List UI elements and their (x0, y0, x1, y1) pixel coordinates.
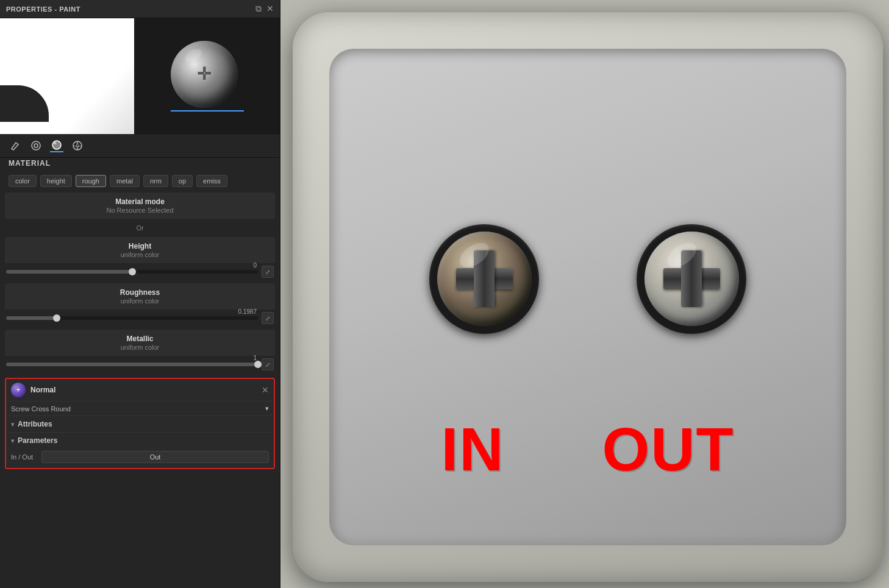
channel-btn-emiss[interactable]: emiss (196, 175, 227, 187)
metallic-slider-thumb[interactable] (254, 361, 262, 368)
parameters-label: Parameters (18, 436, 57, 445)
roughness-label: Roughness (11, 288, 269, 297)
normal-icon: + (11, 383, 26, 397)
screws-row (429, 224, 746, 334)
normal-section: + Normal ✕ Screw Cross Round ▾ ▾ Attribu… (5, 378, 275, 469)
channel-btn-metal[interactable]: metal (110, 175, 140, 187)
out-text: OUT (602, 414, 734, 484)
roughness-slider-thumb[interactable] (53, 314, 60, 322)
material-preview-ball[interactable]: ✛ (171, 41, 238, 108)
channel-buttons-row: color height rough metal nrm op emiss (0, 171, 280, 190)
metallic-sublabel: uniform color (11, 344, 269, 351)
device-outer: IN OUT (293, 12, 883, 582)
attributes-row[interactable]: ▾ Attributes (6, 416, 274, 433)
material-mode-section[interactable]: Material mode No Resource Selected (5, 193, 275, 219)
in-out-overlay: IN OUT (329, 414, 846, 484)
metallic-label: Metallic (11, 335, 269, 343)
channel-btn-color[interactable]: color (9, 175, 37, 187)
title-bar-actions: ⧉ ✕ (255, 4, 274, 14)
viewport-panel: IN OUT (280, 0, 889, 588)
tab-icon-layers[interactable] (29, 139, 43, 152)
preview-area: ✛ (0, 18, 280, 134)
roughness-slider-container[interactable] (6, 314, 258, 322)
roughness-slider-track (6, 316, 258, 320)
maximize-icon[interactable]: ⧉ (255, 4, 262, 14)
channel-btn-nrm[interactable]: nrm (143, 175, 168, 187)
height-slider-fill (6, 270, 132, 274)
roughness-group: Roughness uniform color 0.1987 ⤢ (5, 283, 275, 327)
svg-point-1 (34, 144, 38, 147)
normal-icon-symbol: + (16, 386, 20, 394)
height-slider-container[interactable] (6, 267, 258, 276)
svg-point-4 (54, 142, 56, 144)
height-sublabel: uniform color (11, 251, 269, 258)
metallic-slider-row: 1 ⤢ (5, 356, 275, 373)
in-out-label: In / Out (11, 453, 41, 461)
properties-body: Material mode No Resource Selected Or He… (0, 190, 280, 588)
material-ball-area: ✛ (134, 18, 280, 133)
close-icon[interactable]: ✕ (266, 4, 274, 14)
height-group: Height uniform color 0 ⤢ (5, 237, 275, 280)
material-mode-label: Material mode (11, 197, 269, 206)
normal-resource-name: Screw Cross Round (11, 405, 71, 413)
height-expand-btn[interactable]: ⤢ (262, 266, 274, 278)
screw-left-inner (437, 232, 532, 326)
metallic-slider-fill (6, 363, 258, 366)
metallic-slider-track (6, 363, 258, 366)
metallic-expand-btn[interactable]: ⤢ (262, 358, 274, 370)
parameters-arrow-icon: ▾ (11, 437, 14, 444)
screw-right-outer (637, 224, 746, 334)
channel-btn-op[interactable]: op (172, 175, 193, 187)
ball-cross-icon: ✛ (197, 64, 211, 84)
viewport-background: IN OUT (280, 0, 889, 588)
title-bar: PROPERTIES - PAINT ⧉ ✕ (0, 0, 280, 18)
properties-panel: PROPERTIES - PAINT ⧉ ✕ ✛ (0, 0, 280, 588)
normal-chevron-icon: ▾ (265, 405, 269, 413)
height-slider-row: 0 ⤢ (5, 263, 275, 280)
screw-right (637, 224, 746, 334)
roughness-section[interactable]: Roughness uniform color (5, 283, 275, 310)
preview-underline (171, 110, 244, 112)
normal-title: Normal (30, 386, 55, 394)
attributes-arrow-icon: ▾ (11, 421, 14, 428)
normal-close-btn[interactable]: ✕ (262, 385, 269, 395)
screw-left-outer (429, 224, 539, 334)
tab-icon-brush[interactable] (9, 139, 22, 152)
metallic-slider-container[interactable] (6, 360, 258, 369)
metallic-group: Metallic uniform color 1 ⤢ (5, 330, 275, 373)
roughness-slider-fill (6, 316, 57, 320)
in-out-row: In / Out Out (6, 448, 274, 468)
screw-left (429, 224, 539, 334)
channel-btn-rough[interactable]: rough (76, 175, 106, 187)
roughness-slider-row: 0.1987 ⤢ (5, 310, 275, 327)
height-label: Height (11, 242, 269, 250)
tab-icon-material[interactable] (50, 139, 63, 152)
svg-point-0 (32, 141, 40, 150)
parameters-row[interactable]: ▾ Parameters (6, 433, 274, 448)
height-slider-track (6, 270, 258, 274)
in-out-value[interactable]: Out (41, 451, 269, 463)
device-inset: IN OUT (329, 49, 846, 545)
channel-btn-height[interactable]: height (40, 175, 72, 187)
tab-icons-row (0, 134, 280, 158)
height-section[interactable]: Height uniform color (5, 237, 275, 263)
height-slider-thumb[interactable] (129, 268, 136, 275)
normal-resource-dropdown[interactable]: Screw Cross Round ▾ (6, 402, 274, 416)
roughness-sublabel: uniform color (11, 297, 269, 305)
material-label: MATERIAL (0, 159, 280, 171)
roughness-expand-btn[interactable]: ⤢ (262, 312, 274, 324)
attributes-label: Attributes (18, 420, 52, 428)
material-mode-sublabel: No Resource Selected (11, 207, 269, 214)
screw-right-inner (644, 232, 739, 326)
in-text: IN (441, 414, 504, 484)
panel-title: PROPERTIES - PAINT (6, 5, 80, 13)
normal-header: + Normal ✕ (6, 379, 274, 402)
texture-thumbnail[interactable] (0, 18, 134, 134)
or-text: Or (5, 222, 275, 234)
tab-icon-env[interactable] (71, 139, 84, 152)
metallic-section[interactable]: Metallic uniform color (5, 330, 275, 356)
